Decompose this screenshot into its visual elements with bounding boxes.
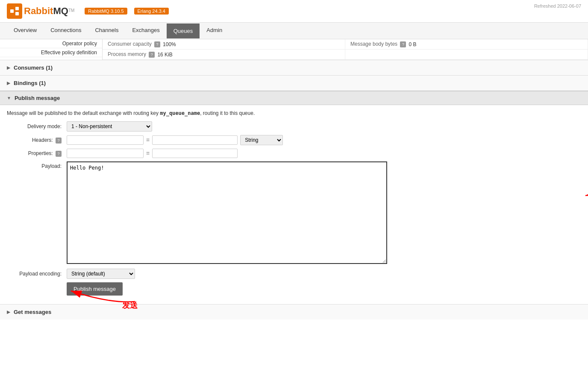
get-messages-label: Get messages [14, 309, 51, 315]
payload-encoding-select[interactable]: String (default) Base64 [67, 269, 135, 279]
headers-key-input[interactable] [67, 135, 144, 145]
nav-queues[interactable]: Queues [167, 23, 200, 38]
delivery-mode-select[interactable]: 1 - Non-persistent 2 - Persistent [67, 121, 152, 132]
logo-icon [7, 3, 22, 19]
payload-row: Payload: Hello Peng! 在这里输入信息 [7, 161, 581, 265]
bindings-section: ▶ Bindings (1) [0, 75, 588, 91]
info-right-panel: Consumer capacity ? 100% Message body by… [103, 39, 588, 60]
properties-control: = [67, 149, 581, 158]
payload-annotation-arrow [564, 170, 588, 204]
headers-label: Headers: ? [7, 137, 67, 144]
page-header: RabbitMQTM RabbitMQ 3.10.5 Erlang 24.3.4… [0, 0, 588, 23]
publish-body: Message will be published to the default… [0, 105, 588, 304]
logo: RabbitMQTM RabbitMQ 3.10.5 Erlang 24.3.4 [7, 3, 169, 19]
consumers-section: ▶ Consumers (1) [0, 60, 588, 75]
properties-eq-sign: = [146, 150, 150, 157]
headers-help-icon[interactable]: ? [56, 138, 62, 144]
process-memory-help[interactable]: ? [149, 52, 155, 58]
nav-channels[interactable]: Channels [88, 23, 125, 39]
consumer-capacity-cell: Consumer capacity ? 100% [103, 39, 345, 50]
bindings-arrow-icon: ▶ [7, 81, 10, 85]
publish-button-row: Publish message 发送 [7, 282, 581, 296]
publish-message-section: ▼ Publish message Message will be publis… [0, 91, 588, 304]
publish-button-container: Publish message 发送 [67, 282, 123, 296]
message-body-bytes-cell: Message body bytes ? 0 B [345, 39, 588, 50]
headers-eq-sign: = [146, 137, 150, 144]
consumer-capacity-help[interactable]: ? [154, 41, 160, 47]
publish-header[interactable]: ▼ Publish message [0, 91, 588, 105]
info-bar: Operator policy Effective policy definit… [0, 39, 588, 60]
nav-exchanges[interactable]: Exchanges [125, 23, 166, 39]
payload-encoding-label: Payload encoding: [7, 271, 67, 277]
nav-overview[interactable]: Overview [7, 23, 44, 39]
logo-wordmark: RabbitMQTM [24, 6, 74, 17]
consumers-arrow-icon: ▶ [7, 65, 10, 70]
consumers-label: Consumers (1) [14, 64, 53, 71]
info-left-panel: Operator policy Effective policy definit… [0, 39, 103, 60]
get-messages-arrow-icon: ▶ [7, 310, 10, 314]
payload-encoding-control: String (default) Base64 [67, 269, 581, 279]
properties-value-input[interactable] [152, 149, 238, 158]
get-messages-section: ▶ Get messages [0, 304, 588, 319]
refreshed-time: Refreshed 2022-06-07 [534, 3, 581, 9]
headers-value-input[interactable] [152, 135, 238, 145]
process-memory-value: 16 KiB [157, 52, 172, 58]
svg-rect-2 [15, 12, 19, 15]
empty-cell [345, 50, 588, 60]
message-body-help[interactable]: ? [400, 41, 406, 47]
process-memory-cell: Process memory ? 16 KiB [103, 50, 345, 60]
publish-message-button[interactable]: Publish message [67, 282, 123, 296]
payload-encoding-row: Payload encoding: String (default) Base6… [7, 269, 581, 279]
svg-rect-1 [15, 7, 19, 10]
consumer-capacity-label: Consumer capacity ? [108, 41, 160, 47]
get-messages-header[interactable]: ▶ Get messages [0, 305, 588, 319]
properties-help-icon[interactable]: ? [56, 151, 62, 157]
publish-arrow-icon: ▼ [7, 96, 11, 100]
properties-key-input[interactable] [67, 149, 144, 158]
consumers-header[interactable]: ▶ Consumers (1) [0, 60, 588, 75]
svg-rect-0 [10, 9, 14, 13]
publish-header-label: Publish message [15, 95, 60, 101]
payload-label: Payload: [7, 161, 67, 169]
routing-key: my_queue_name [160, 110, 200, 116]
properties-row: Properties: ? = [7, 149, 581, 158]
delivery-mode-control: 1 - Non-persistent 2 - Persistent [67, 121, 581, 132]
delivery-mode-label: Delivery mode: [7, 123, 67, 129]
version-info: RabbitMQ 3.10.5 Erlang 24.3.4 [85, 8, 169, 15]
payload-control: Hello Peng! 在这里输入信息 [67, 161, 581, 265]
headers-row: Headers: ? = String Number Boolean [7, 135, 581, 145]
bindings-label: Bindings (1) [14, 80, 46, 86]
effective-policy-label: Effective policy definition [0, 48, 102, 57]
operator-policy-label: Operator policy [0, 39, 102, 48]
erlang-version: Erlang 24.3.4 [134, 8, 169, 15]
main-nav: Overview Connections Channels Exchanges … [0, 23, 588, 39]
payload-textarea[interactable]: Hello Peng! [67, 161, 387, 264]
message-body-label: Message body bytes ? [350, 41, 406, 47]
process-memory-label: Process memory ? [108, 51, 155, 58]
properties-label: Properties: ? [7, 150, 67, 157]
nav-admin[interactable]: Admin [200, 23, 229, 39]
headers-control: = String Number Boolean [67, 135, 581, 145]
message-body-value: 0 B [409, 41, 416, 47]
bindings-header[interactable]: ▶ Bindings (1) [0, 76, 588, 91]
delivery-mode-row: Delivery mode: 1 - Non-persistent 2 - Pe… [7, 121, 581, 132]
nav-connections[interactable]: Connections [44, 23, 88, 39]
consumer-capacity-value: 100% [163, 41, 176, 47]
rabbitmq-version: RabbitMQ 3.10.5 [85, 8, 127, 15]
headers-type-select[interactable]: String Number Boolean [240, 135, 283, 145]
publish-info: Message will be published to the default… [7, 110, 581, 116]
